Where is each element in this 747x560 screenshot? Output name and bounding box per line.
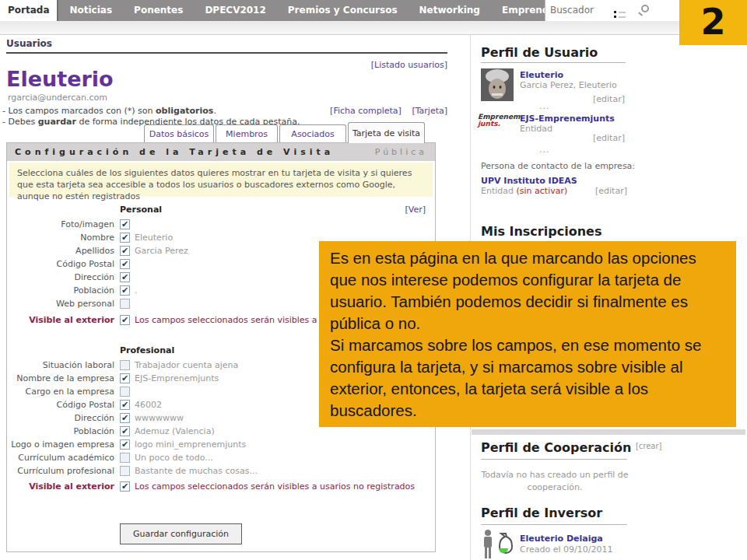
checkbox[interactable] [120,413,130,423]
checkbox[interactable] [120,233,130,243]
form-row: Currículum académicoUn poco de todo... [7,451,435,464]
field-label: Currículum académico [7,453,114,463]
checkbox[interactable] [120,400,130,410]
checkbox[interactable] [120,299,130,309]
checkbox[interactable] [120,272,130,282]
editar-link[interactable]: [editar] [595,186,627,196]
sidebar-user-subtitle: Garcia Perez, Eleuterio [520,80,617,90]
sidebar-entity-link[interactable]: EJS-Emprenemjunts [520,114,615,124]
panel-status-publica: Pública [375,147,427,157]
header-links: [Ficha completa] [Tarjeta] [311,106,447,116]
field-label: Situación laboral [7,360,114,370]
field-label: Dirección [7,272,114,282]
checkbox[interactable] [120,466,130,476]
editar-link[interactable]: [editar] [593,133,625,143]
ficha-completa-link[interactable]: [Ficha completa] [330,106,402,116]
section-strip [472,429,745,435]
tarjeta-link[interactable]: [Tarjeta] [412,106,447,116]
checkbox[interactable] [120,360,130,370]
checkbox[interactable] [120,246,130,256]
listado-usuarios-link[interactable]: [Listado usuarios] [362,60,447,70]
mandatory-fields-note: - Los campos marcados con (*) son obliga… [2,106,216,116]
nav-item-portada[interactable]: Portada [0,0,58,21]
checkbox[interactable] [120,387,130,397]
checkbox[interactable] [120,219,130,229]
more-link[interactable]: ... [539,101,550,111]
checkbox[interactable] [120,439,130,450]
ver-link[interactable]: [Ver] [405,205,426,215]
user-email: rgarcia@undercan.com [8,93,107,103]
perfil-cooperacion-title: Perfil de Cooperación [crear] [481,440,662,455]
field-value: EJS-Emprenemjunts [135,373,219,383]
nav-item-networking[interactable]: Networking [409,0,491,21]
form-row: Currículum profesionalBastante de muchas… [7,464,435,478]
slide-number-badge: 2 [679,0,747,45]
perfil-inversor-title: Perfil de Inversor [481,506,602,520]
field-label: Nombre [7,233,114,243]
checkbox[interactable] [120,315,130,325]
sidebar-user-link[interactable]: Eleuterio [520,70,563,80]
field-value: Bastante de muchas cosas... [135,466,258,476]
field-value: Trabajador cuenta ajena [135,360,238,370]
field-value: Un poco de todo... [135,453,213,463]
tab-miembros[interactable]: Miembros [216,124,278,142]
contact-entity-link[interactable]: UPV Instituto IDEAS [481,176,577,186]
field-value: wwwwwww [135,413,184,423]
cooperacion-empty-text: Todavía no has creado un perfil de coope… [481,469,629,494]
field-label: Código Postal [7,400,114,410]
visible-exterior-label: Visible al exterior [7,481,114,492]
field-value: Ademuz (Valencia) [135,426,215,436]
callout-paragraph-1: Es en esta página en la que marcando las… [330,247,725,334]
user-avatar [481,68,514,101]
breadcrumb-section-title: Usuarios [6,38,52,49]
sidebar-entity-subtitle: Entidad [520,124,552,134]
checkbox[interactable] [120,426,130,436]
nav-item-ponentes[interactable]: Ponentes [123,0,194,21]
editar-link[interactable]: [editar] [593,94,625,104]
field-label: Cargo en la empresa [7,387,114,397]
field-label: Población [7,285,114,296]
callout-paragraph-2: Si marcamos sobre los campos, en ese mom… [330,334,725,422]
search-box [545,0,660,21]
tab-datos-basicos[interactable]: Datos básicos [144,124,214,142]
nav-item-dpecv2012[interactable]: DPECV2012 [194,0,276,21]
field-value: Eleuterio [135,233,173,243]
field-label: Foto/imagen [7,219,114,229]
inversor-icon [479,527,514,560]
more-link[interactable]: ... [539,145,550,155]
visible-exterior-label: Visible al exterior [7,315,114,325]
inversor-profile-link[interactable]: Eleuterio Delaiga [520,534,603,544]
crear-link[interactable]: [crear] [636,442,662,450]
checkbox[interactable] [120,285,130,296]
form-row: Foto/imagen [7,218,435,231]
section-divider [6,52,447,54]
search-input[interactable] [545,0,623,19]
divider [481,524,627,525]
checkbox[interactable] [120,453,130,463]
field-label: Nombre de la empresa [7,373,114,383]
checkbox[interactable] [120,259,130,269]
emprenemjunts-logo: Emprenem junts. [478,114,515,128]
tab-asociados[interactable]: Asociados [279,124,346,142]
tab-tarjeta-de-visita[interactable]: Tarjeta de visita [348,122,425,143]
list-toggle-icon[interactable] [614,11,628,23]
contact-status: Entidad (sin activar) [481,186,567,196]
field-label: Web personal [7,299,114,309]
checkbox[interactable] [120,373,130,383]
field-label: Población [7,426,114,436]
search-icon[interactable] [641,5,649,12]
checkbox[interactable] [120,481,130,492]
mis-inscripciones-title: Mis Inscripciones [481,224,601,239]
save-configuration-button[interactable]: Guardar configuración [120,523,242,544]
page-title-username: Eleuterio [6,67,114,91]
panel-title: Configuración de la Tarjeta de Visita [15,147,334,157]
field-label: Código Postal [7,259,114,269]
field-label: Apellidos [7,246,114,256]
perfil-usuario-title: Perfil de Usuario [481,45,598,60]
nav-item-premios[interactable]: Premios y Concursos [277,0,409,21]
sin-activar-flag: (sin activar) [517,186,568,196]
inversor-created-date: Creado el 09/10/2011 [520,544,612,555]
nav-item-noticias[interactable]: Noticias [58,0,123,21]
field-value: logo mini_emprenemjunts [135,439,246,450]
panel-description: Selecciona cuáles de los siguientes dato… [9,163,433,197]
